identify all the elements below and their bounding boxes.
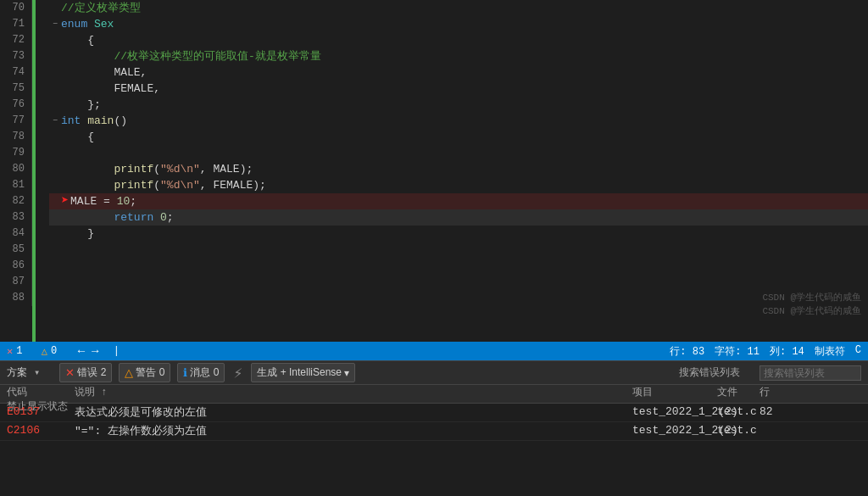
line-num-76: 76 <box>7 97 25 113</box>
code-str-80: "%d\n" <box>160 161 200 177</box>
watermark: CSDN @学生代码的咸鱼 CSDN @学生代码的咸鱼 <box>762 292 861 318</box>
build-button[interactable]: 生成 + IntelliSense ▾ <box>251 363 355 382</box>
line-num-83: 83 <box>7 209 25 226</box>
code-line-79 <box>49 145 868 161</box>
code-line-81: printf("%d\n", FEMALE); <box>49 177 868 193</box>
filter-icon[interactable]: ⚡ <box>233 364 242 382</box>
col-desc: 说明 ↑ <box>75 385 497 399</box>
error-panel: 方案 ▾ ✕ 错误 2 △ 警告 0 ℹ 消息 0 ⚡ 生成 + Intelli… <box>0 360 868 496</box>
code-line-80: printf("%d\n", MALE); <box>49 161 868 177</box>
line-numbers: 70 71 72 73 74 75 76 77 78 79 80 81 82 8… <box>0 0 32 306</box>
code-line-75: FEMALE, <box>49 81 868 97</box>
code-fn-77: main <box>87 113 114 129</box>
line-num-87: 87 <box>7 274 25 290</box>
code-line-83: return 0; <box>49 209 868 226</box>
warn-count-label: 0 <box>51 345 57 357</box>
code-line-76: }; <box>49 97 868 113</box>
error-toolbar: 方案 ▾ ✕ 错误 2 △ 警告 0 ℹ 消息 0 ⚡ 生成 + Intelli… <box>0 361 868 385</box>
err-line-0: 82 <box>760 405 861 418</box>
code-line-73: //枚举这种类型的可能取值-就是枚举常量 <box>49 48 868 64</box>
code-line-71: − enum Sex <box>49 16 868 32</box>
code-nm-82: 10 <box>117 193 131 209</box>
err-code-1: C2106 <box>7 424 75 437</box>
col-info: 列: 14 <box>770 344 804 359</box>
line-num-80: 80 <box>7 161 25 177</box>
line-num-82: 82 <box>7 193 25 209</box>
warnings-button[interactable]: △ 警告 0 <box>119 363 170 382</box>
code-line-78: { <box>49 129 868 145</box>
error-row-0[interactable]: E0137 表达式必须是可修改的左值 test_2022_1_2(2) test… <box>0 404 868 422</box>
warnings-btn-label: 警告 0 <box>136 365 164 380</box>
code-text-75: FEMALE, <box>61 81 160 97</box>
position-info: 行: 83 字符: 11 列: 14 制表符 C <box>670 344 861 359</box>
line-num-70: 70 <box>7 0 25 16</box>
code-str-81: "%d\n" <box>160 177 200 193</box>
info-button[interactable]: ℹ 消息 0 <box>177 363 225 382</box>
err-code-0: E0137 <box>7 405 75 418</box>
code-paren-77: () <box>114 113 127 129</box>
green-gutter-bar <box>32 0 36 342</box>
err-desc-0: 表达式必须是可修改的左值 <box>75 404 497 420</box>
code-text-76: }; <box>61 97 101 113</box>
line-num-88: 88 <box>7 290 25 306</box>
errors-button[interactable]: ✕ 错误 2 <box>59 363 112 382</box>
code-fn-80: printf <box>114 161 153 177</box>
fold-71[interactable]: − <box>49 16 61 32</box>
code-text-72: { <box>61 32 94 48</box>
line-num-72: 72 <box>7 32 25 48</box>
tab-info: 制表符 <box>815 344 845 359</box>
code-line-86 <box>49 258 868 274</box>
nav-right-icon[interactable]: → <box>90 344 100 358</box>
code-text-73: //枚举这种类型的可能取值-就是枚举常量 <box>61 48 321 64</box>
solution-dropdown-icon[interactable]: ▾ <box>34 366 40 379</box>
build-btn-label: 生成 + IntelliSense <box>257 365 342 380</box>
err-file-0: test.c <box>717 405 760 418</box>
code-text-78: { <box>61 129 94 145</box>
code-line-72: { <box>49 32 868 48</box>
line-numbers-panel: 70 71 72 73 74 75 76 77 78 79 80 81 82 8… <box>0 0 32 342</box>
error-count-icon: ✕ <box>7 345 13 358</box>
bottom-statusbar: ✕ 1 △ 0 ← → | 行: 83 字符: 11 列: 14 制表符 C <box>0 342 868 360</box>
col-code: 代码 <box>7 385 75 399</box>
line-num-84: 84 <box>7 226 25 242</box>
error-row-1[interactable]: C2106 "=": 左操作数必须为左值 test_2022_1_2(2) te… <box>0 422 868 441</box>
info-icon: ℹ <box>183 366 187 379</box>
line-num-71: 71 <box>7 16 25 32</box>
watermark-line1: CSDN @学生代码的咸鱼 <box>762 292 861 304</box>
code-text-80: ( <box>153 161 160 177</box>
code-line-74: MALE, <box>49 64 868 81</box>
fold-77[interactable]: − <box>49 113 61 129</box>
code-kw-71: enum <box>61 16 94 32</box>
code-line-87 <box>49 274 868 290</box>
code-text-81: ( <box>153 177 160 193</box>
col-line: 行 <box>760 385 861 399</box>
build-dropdown-icon: ▾ <box>344 367 349 379</box>
code-content[interactable]: //定义枚举类型 − enum Sex { //枚举这种类型的可能取值-就是枚举… <box>32 0 868 342</box>
nav-left-icon[interactable]: ← <box>76 344 86 358</box>
err-project-1: test_2022_1_2(2) <box>632 424 717 437</box>
code-line-85 <box>49 242 868 258</box>
code-indent-83 <box>61 209 114 226</box>
code-op-82: = <box>103 193 117 209</box>
row-info: 行: 83 <box>670 344 704 359</box>
code-plain-81: , FEMALE); <box>200 177 266 193</box>
code-semi-83: ; <box>167 209 174 226</box>
code-text-84: } <box>61 226 94 242</box>
code-line-77: − int main() <box>49 113 868 129</box>
errors-icon: ✕ <box>65 366 75 379</box>
col-project: 项目 <box>632 385 717 399</box>
line-num-85: 85 <box>7 242 25 258</box>
code-plain-80: , MALE); <box>200 161 253 177</box>
err-desc-1: "=": 左操作数必须为左值 <box>75 423 497 438</box>
code-kw-83: return <box>114 209 160 226</box>
search-label: 搜索错误列表 <box>679 365 740 380</box>
err-project-0: test_2022_1_2(2) <box>632 405 717 418</box>
line-num-73: 73 <box>7 48 25 64</box>
watermark-line2: CSDN @学生代码的咸鱼 <box>762 305 861 318</box>
search-input[interactable] <box>760 365 861 381</box>
solution-label: 方案 <box>7 365 27 380</box>
code-line-88 <box>49 290 868 306</box>
line-num-86: 86 <box>7 258 25 274</box>
err-file-1: test.c <box>717 424 760 437</box>
warn-count-icon: △ <box>42 345 47 358</box>
